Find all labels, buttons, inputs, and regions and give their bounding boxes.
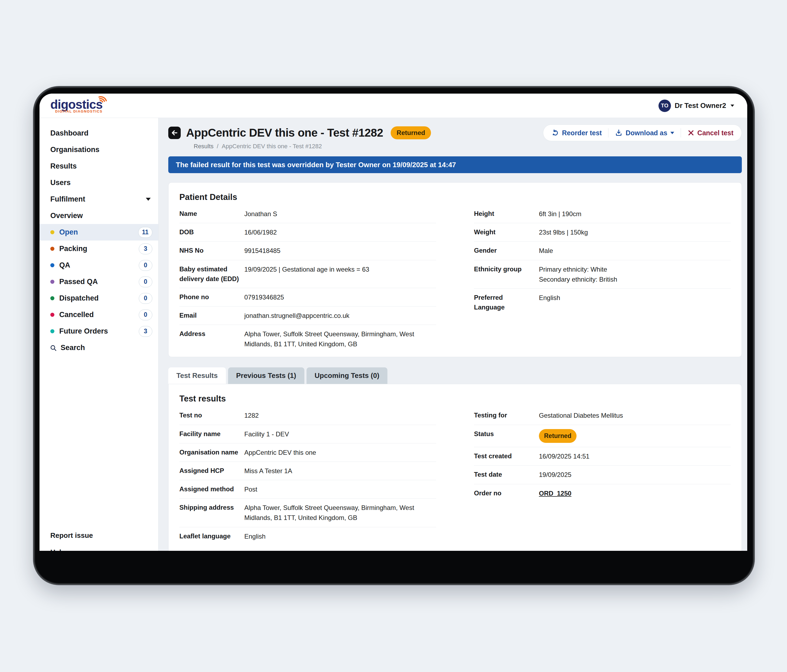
row-organisation-name: Organisation nameAppCentric DEV this one (179, 443, 436, 462)
row-leaflet-language: Leaflet languageEnglish (179, 527, 436, 546)
count-badge: 0 (139, 277, 152, 287)
row-email: Emailjonathan.strugnell@appcentric.co.uk (179, 307, 436, 325)
patient-details-card: Patient Details NameJonathan SDOB16/06/1… (168, 182, 742, 357)
detail-value: 9915418485 (244, 246, 280, 256)
detail-value: Gestational Diabetes Mellitus (539, 410, 623, 421)
action-toolbar: Reorder test Download as (543, 125, 742, 141)
report-issue-link[interactable]: Report issue (40, 527, 158, 544)
count-badge: 3 (139, 244, 152, 254)
download-as-button[interactable]: Download as (615, 129, 674, 137)
detail-value: ORD_1250 (539, 488, 571, 498)
patient-details-right-column: Height6ft 3in | 190cmWeight23st 9lbs | 1… (474, 205, 731, 316)
order-number-link[interactable]: ORD_1250 (539, 488, 571, 498)
detail-value: English (539, 293, 560, 303)
sidebar-item-users[interactable]: Users (40, 174, 158, 191)
row-address: AddressAlpha Tower, Suffolk Street Queen… (179, 325, 436, 353)
test-results-right-column: Testing forGestational Diabetes Mellitus… (474, 406, 731, 502)
detail-value: 23st 9lbs | 150kg (539, 227, 588, 237)
sidebar-item-label: Future Orders (59, 327, 108, 335)
row-status: StatusReturned (474, 425, 731, 447)
sidebar-item-passed-qa[interactable]: Passed QA0 (40, 274, 158, 290)
detail-label: Test created (474, 451, 539, 461)
detail-label: Leaflet language (179, 531, 244, 541)
detail-label: Baby estimated delivery date (EDD) (179, 264, 244, 284)
sidebar-item-label: Users (50, 179, 71, 187)
sidebar-item-label: Organisations (50, 145, 100, 154)
sidebar-item-organisations[interactable]: Organisations (40, 141, 158, 158)
detail-label: Gender (474, 246, 539, 255)
row-preferred-language: Preferred LanguageEnglish (474, 289, 731, 316)
divider (608, 128, 608, 138)
reorder-test-button[interactable]: Reorder test (552, 129, 602, 137)
sidebar-item-search[interactable]: Search (40, 340, 158, 356)
override-banner: The failed result for this test was over… (168, 157, 742, 173)
detail-label: Address (179, 329, 244, 339)
sidebar-item-future-orders[interactable]: Future Orders3 (40, 323, 158, 340)
passed-qa-dot-icon (50, 280, 54, 284)
user-name: Dr Test Owner2 (675, 101, 726, 110)
detail-label: DOB (179, 227, 244, 237)
packing-dot-icon (50, 247, 54, 251)
row-testing-for: Testing forGestational Diabetes Mellitus (474, 406, 731, 425)
breadcrumb-current: AppCentric DEV this one - Test #1282 (221, 143, 322, 150)
page-title: AppCentric DEV this one - Test #1282 (186, 126, 383, 139)
sidebar-item-dashboard[interactable]: Dashboard (40, 125, 158, 141)
test-results-left-column: Test no1282Facility nameFacility 1 - DEV… (179, 406, 436, 546)
tab-previous-tests-1[interactable]: Previous Tests (1) (228, 367, 304, 384)
sidebar-item-overview[interactable]: Overview (40, 207, 158, 224)
detail-label: Facility name (179, 429, 244, 439)
back-button[interactable] (168, 126, 181, 139)
detail-value: 1282 (244, 410, 259, 421)
sidebar-item-open[interactable]: Open11 (40, 224, 158, 240)
close-icon (687, 129, 694, 136)
row-test-created: Test created16/09/2025 14:51 (474, 447, 731, 466)
breadcrumb-results-link[interactable]: Results (194, 143, 213, 150)
sidebar-item-cancelled[interactable]: Cancelled0 (40, 307, 158, 323)
sidebar-item-label: Cancelled (59, 311, 94, 319)
patient-details-heading: Patient Details (179, 192, 731, 202)
user-menu[interactable]: TO Dr Test Owner2 (659, 100, 735, 112)
tabs: Test ResultsPrevious Tests (1)Upcoming T… (168, 367, 742, 384)
sidebar-footer: Report issue Help (40, 527, 158, 551)
detail-value: Returned (539, 429, 577, 443)
sidebar-item-label: Open (59, 228, 78, 236)
help-link[interactable]: Help (40, 544, 158, 551)
cancelled-dot-icon (50, 313, 54, 317)
row-height: Height6ft 3in | 190cm (474, 205, 731, 223)
count-badge: 0 (139, 293, 152, 304)
detail-label: Height (474, 209, 539, 218)
detail-label: Weight (474, 227, 539, 237)
row-shipping-address: Shipping addressAlpha Tower, Suffolk Str… (179, 499, 436, 527)
tab-test-results[interactable]: Test Results (168, 367, 226, 384)
tab-upcoming-tests-0[interactable]: Upcoming Tests (0) (307, 367, 387, 384)
detail-value: English (244, 531, 265, 541)
row-facility-name: Facility nameFacility 1 - DEV (179, 425, 436, 443)
count-badge: 11 (138, 227, 152, 238)
sidebar-item-packing[interactable]: Packing3 (40, 240, 158, 257)
qa-dot-icon (50, 263, 54, 267)
app-screen: digostics DIGITAL DIAGNOSTICS TO Dr Test… (40, 93, 747, 551)
row-name: NameJonathan S (179, 205, 436, 223)
detail-label: Status (474, 429, 539, 439)
sidebar-status-nav: Open11Packing3QA0Passed QA0Dispatched0Ca… (40, 224, 158, 340)
sidebar-item-results[interactable]: Results (40, 158, 158, 174)
detail-value: Primary ethnicity: WhiteSecondary ethnic… (539, 264, 617, 284)
dispatched-dot-icon (50, 296, 54, 300)
detail-value: Male (539, 246, 553, 256)
row-ethnicity-group: Ethnicity groupPrimary ethnicity: WhiteS… (474, 260, 731, 289)
row-assigned-method: Assigned methodPost (179, 480, 436, 499)
detail-value: AppCentric DEV this one (244, 447, 316, 457)
cancel-test-button[interactable]: Cancel test (687, 129, 733, 137)
divider (681, 128, 681, 138)
sidebar-item-label: Overview (50, 212, 83, 220)
download-icon (615, 129, 623, 137)
sidebar-item-fulfilment[interactable]: Fulfilment (40, 191, 158, 207)
chevron-down-icon (670, 132, 674, 134)
top-bar: digostics DIGITAL DIAGNOSTICS TO Dr Test… (40, 93, 747, 118)
logo-tagline: DIGITAL DIAGNOSTICS (50, 109, 103, 113)
sidebar-item-dispatched[interactable]: Dispatched0 (40, 290, 158, 307)
sidebar-item-qa[interactable]: QA0 (40, 257, 158, 274)
sidebar-item-label: Search (61, 343, 85, 352)
future-orders-dot-icon (50, 329, 54, 333)
detail-value: Post (244, 484, 257, 494)
